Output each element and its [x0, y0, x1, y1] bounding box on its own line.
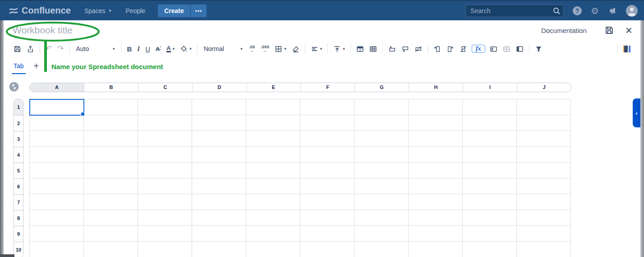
cell-F7[interactable] — [300, 194, 354, 210]
filter-button[interactable] — [532, 44, 545, 54]
insert-row-above-button[interactable] — [386, 44, 399, 54]
cell-G9[interactable] — [354, 226, 409, 242]
cell-I6[interactable] — [463, 178, 517, 194]
column-header-J[interactable]: J — [517, 83, 571, 92]
cell-D9[interactable] — [192, 226, 246, 242]
cell-H1[interactable] — [409, 99, 463, 115]
cell-F1[interactable] — [300, 99, 354, 115]
delete-column-button[interactable] — [457, 44, 470, 54]
documentation-link[interactable]: Documentation — [541, 27, 587, 34]
column-header-E[interactable]: E — [246, 83, 300, 92]
cell-D4[interactable] — [192, 147, 246, 163]
cell-H5[interactable] — [409, 163, 463, 178]
cell-J4[interactable] — [517, 147, 571, 163]
insert-column-left-button[interactable] — [431, 44, 444, 54]
cell-G3[interactable] — [354, 131, 409, 147]
cell-I2[interactable] — [463, 115, 517, 131]
cell-F2[interactable] — [300, 115, 354, 131]
cell-B4[interactable] — [84, 147, 138, 163]
cell-D6[interactable] — [192, 178, 246, 194]
cell-C1[interactable] — [138, 99, 192, 115]
save-icon[interactable] — [605, 26, 614, 35]
cell-G7[interactable] — [354, 194, 409, 210]
row-header-7[interactable]: 7 — [14, 194, 23, 210]
cell-C3[interactable] — [138, 131, 192, 147]
cell-I8[interactable] — [463, 210, 517, 226]
column-header-D[interactable]: D — [192, 83, 246, 92]
cell-C8[interactable] — [138, 210, 192, 226]
cell-B2[interactable] — [84, 115, 138, 131]
workbook-title-input[interactable] — [12, 24, 162, 36]
cell-C9[interactable] — [138, 226, 192, 242]
add-sheet-button[interactable]: + — [34, 61, 39, 70]
cell-F9[interactable] — [300, 226, 354, 242]
cell-J2[interactable] — [517, 115, 571, 131]
cell-H3[interactable] — [409, 131, 463, 147]
delete-row-button[interactable] — [412, 44, 425, 54]
cell-E6[interactable] — [246, 178, 300, 194]
cell-D1[interactable] — [192, 99, 246, 115]
cell-J10[interactable] — [517, 242, 571, 257]
insert-row-below-button[interactable] — [399, 44, 412, 54]
cell-E1[interactable] — [246, 99, 300, 115]
avatar[interactable] — [626, 5, 638, 17]
cell-D3[interactable] — [192, 131, 246, 147]
cell-E4[interactable] — [246, 147, 300, 163]
cell-E10[interactable] — [246, 242, 300, 257]
cell-J3[interactable] — [517, 131, 571, 147]
cell-E5[interactable] — [246, 163, 300, 178]
column-header-F[interactable]: F — [300, 83, 354, 92]
cell-E3[interactable] — [246, 131, 300, 147]
cell-J5[interactable] — [517, 163, 571, 178]
horizontal-align-button[interactable]: ▾ — [308, 44, 325, 54]
cell-E8[interactable] — [246, 210, 300, 226]
column-header-B[interactable]: B — [84, 83, 138, 92]
freeze-rows-button[interactable] — [487, 44, 500, 54]
cell-A6[interactable] — [30, 178, 84, 194]
bold-button[interactable]: B — [124, 44, 135, 54]
cell-B5[interactable] — [84, 163, 138, 178]
cell-I9[interactable] — [463, 226, 517, 242]
more-options-button[interactable]: ••• — [191, 5, 207, 17]
row-header-10[interactable]: 10 — [14, 242, 23, 257]
cell-G2[interactable] — [354, 115, 409, 131]
column-header-A[interactable]: A — [30, 83, 84, 92]
megaphone-icon[interactable] — [608, 6, 617, 15]
cell-H9[interactable] — [409, 226, 463, 242]
fill-handle[interactable] — [81, 112, 85, 116]
row-header-1[interactable]: 1 — [14, 99, 23, 115]
nav-spaces[interactable]: Spaces ▼ — [84, 7, 112, 14]
cell-A5[interactable] — [30, 163, 84, 178]
cell-B1[interactable] — [84, 99, 138, 115]
cell-B7[interactable] — [84, 194, 138, 210]
cell-H10[interactable] — [409, 242, 463, 257]
row-header-4[interactable]: 4 — [14, 147, 23, 163]
cell-D7[interactable] — [192, 194, 246, 210]
fill-color-button[interactable]: ▾ — [177, 44, 194, 54]
cell-H6[interactable] — [409, 178, 463, 194]
cell-I7[interactable] — [463, 194, 517, 210]
cell-A7[interactable] — [30, 194, 84, 210]
cell-A3[interactable] — [30, 131, 84, 147]
split-cells-button[interactable] — [367, 44, 380, 54]
column-header-G[interactable]: G — [354, 83, 409, 92]
cell-C4[interactable] — [138, 147, 192, 163]
cell-J8[interactable] — [517, 210, 571, 226]
vertical-align-button[interactable]: ▾ — [331, 44, 348, 54]
row-header-9[interactable]: 9 — [14, 226, 23, 242]
cell-F6[interactable] — [300, 178, 354, 194]
cell-J1[interactable] — [517, 99, 571, 115]
cell-C2[interactable] — [138, 115, 192, 131]
row-header-3[interactable]: 3 — [14, 131, 23, 147]
cell-A2[interactable] — [30, 115, 84, 131]
column-header-I[interactable]: I — [463, 83, 517, 92]
cell-H8[interactable] — [409, 210, 463, 226]
merge-cells-button[interactable] — [354, 44, 367, 54]
cell-B6[interactable] — [84, 178, 138, 194]
cell-J7[interactable] — [517, 194, 571, 210]
italic-button[interactable]: I — [134, 44, 143, 54]
cell-C10[interactable] — [138, 242, 192, 257]
insert-column-right-button[interactable] — [444, 44, 457, 54]
freeze-columns-button[interactable] — [500, 44, 513, 54]
cell-B3[interactable] — [84, 131, 138, 147]
